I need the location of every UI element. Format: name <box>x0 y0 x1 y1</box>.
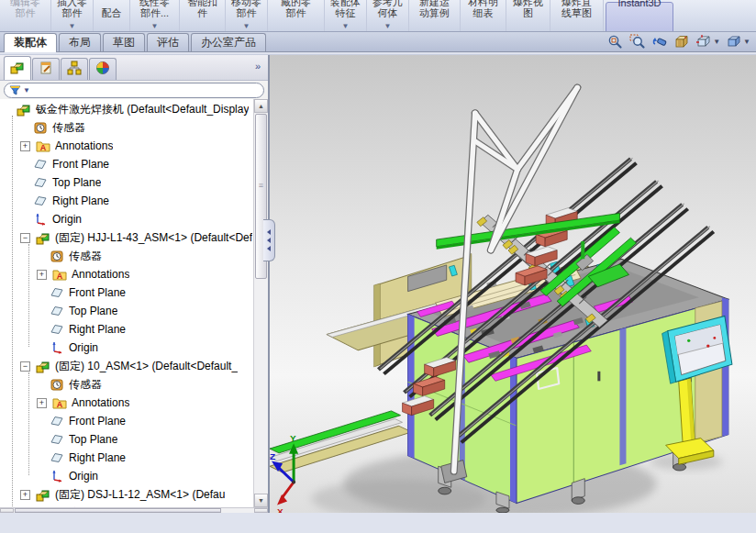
exploded-view-button[interactable]: 爆炸视 图 <box>506 0 550 32</box>
expand-plus-icon[interactable]: + <box>37 270 47 280</box>
dropdown-caret-icon[interactable]: ▼ <box>367 22 408 30</box>
scroll-track[interactable] <box>254 280 268 494</box>
tree-item-label: Annotations <box>72 396 129 409</box>
tree-row[interactable]: Right Plane <box>0 449 253 467</box>
origin-icon <box>33 212 49 227</box>
expand-plus-icon[interactable]: + <box>20 490 30 500</box>
zoom-to-fit-icon[interactable] <box>607 34 624 50</box>
dropdown-caret-icon[interactable]: ▼ <box>130 22 179 30</box>
panel-overflow-chevron[interactable]: » <box>255 61 261 72</box>
displaymanager-tab[interactable] <box>89 58 117 80</box>
tree-row[interactable]: Right Plane <box>0 192 253 210</box>
tree-horizontal-scrollbar[interactable] <box>0 507 268 513</box>
heads-up-view-toolbar: ▼▼ <box>607 34 750 50</box>
tree-row[interactable]: +(固定) DSJ-L1-12_ASM<1> (Defau <box>0 485 253 504</box>
expand-plus-icon[interactable]: + <box>20 141 30 151</box>
featuremanager-tree-tab[interactable] <box>4 56 31 80</box>
tree-row[interactable]: +AAnnotations <box>0 137 253 155</box>
tree-row[interactable]: +AAnnotations <box>0 265 253 283</box>
mate-button[interactable]: 配合 <box>94 0 130 32</box>
tree-vertical-scrollbar[interactable]: ▲ ▼ <box>253 99 268 507</box>
graphics-viewport[interactable]: Y Z X <box>270 55 756 513</box>
insert-components-button[interactable]: 插入零 部件▼ <box>51 0 94 32</box>
smart-fasteners-button[interactable]: 智能扣 件 <box>180 0 226 32</box>
tree-guide-line <box>12 116 13 507</box>
tree-item-label: (固定) DSJ-L1-12_ASM-1<1> (Def <box>55 505 223 508</box>
tree-item-label: Top Plane <box>69 433 117 446</box>
display-style-icon[interactable]: ▼ <box>726 34 750 50</box>
view-orientation-icon[interactable]: ▼ <box>695 34 720 50</box>
ribbon-button-label: 线性零 部件... <box>131 0 178 18</box>
move-component-button[interactable]: 移动零 部件▼ <box>226 0 268 32</box>
collapse-minus-icon[interactable]: − <box>20 233 30 243</box>
dropdown-caret-icon[interactable]: ▼ <box>325 22 366 30</box>
plane-icon <box>50 450 65 465</box>
configurationmanager-tab[interactable] <box>61 58 88 80</box>
linear-component-pattern-button[interactable]: 线性零 部件...▼ <box>130 0 180 32</box>
zoom-to-area-icon[interactable] <box>629 34 646 50</box>
command-tab-2[interactable]: 布局 <box>59 33 101 51</box>
scroll-right-button[interactable] <box>254 508 268 513</box>
scroll-left-button[interactable] <box>0 508 14 513</box>
show-hidden-components-button[interactable]: 显示隐 藏的零 部件 <box>268 0 325 32</box>
command-tab-3[interactable]: 草图 <box>103 33 145 51</box>
command-tab-1[interactable]: 装配体 <box>4 33 57 52</box>
bill-of-materials-button[interactable]: 材料明 细表 <box>461 0 506 32</box>
tree-item-label: Annotations <box>55 139 113 152</box>
tree-row[interactable]: Origin <box>0 339 253 357</box>
command-manager-ribbon: 编辑零 部件插入零 部件▼配合线性零 部件...▼智能扣 件移动零 部件▼显示隐… <box>0 0 756 32</box>
tree-row[interactable]: +AAnnotations <box>0 394 253 412</box>
plane-icon <box>50 285 65 300</box>
tree-filter-input[interactable]: ▼ <box>4 83 264 98</box>
tree-row[interactable]: Origin <box>0 210 253 228</box>
tree-row[interactable]: 传感器 <box>0 375 253 394</box>
instant3d-button[interactable]: Instant3D <box>606 2 673 32</box>
tree-row[interactable]: Origin <box>0 467 253 485</box>
dropdown-caret-icon[interactable]: ▼ <box>226 22 267 30</box>
tree-row[interactable]: +(固定) DSJ-L1-12_ASM-1<1> (Def <box>0 504 253 507</box>
filter-funnel-icon <box>9 84 21 96</box>
hscroll-track[interactable] <box>221 508 254 513</box>
scroll-down-button[interactable]: ▼ <box>254 494 268 507</box>
hscroll-thumb[interactable] <box>15 508 221 513</box>
tree-row[interactable]: −(固定) HJJ-L1-43_ASM<1> (Default<Def <box>0 228 253 247</box>
scroll-up-button[interactable]: ▲ <box>254 99 268 113</box>
dropdown-caret-icon[interactable]: ▼ <box>51 22 93 30</box>
section-view-icon[interactable] <box>673 34 690 50</box>
main-area: » ▼ 钣金件激光焊接机 (Default<Default_Display传感器… <box>0 55 756 513</box>
tree-row[interactable]: Top Plane <box>0 302 253 320</box>
assembly-features-button[interactable]: 装配体 特征▼ <box>325 0 367 32</box>
ribbon-button-label: 配合 <box>94 7 128 18</box>
plane-icon <box>33 157 49 172</box>
tree-row[interactable]: Top Plane <box>0 430 253 449</box>
command-tab-4[interactable]: 评估 <box>147 33 189 51</box>
previous-view-icon[interactable] <box>651 34 668 50</box>
tree-row[interactable]: Right Plane <box>0 320 253 339</box>
dropdown-caret-icon[interactable]: ▼ <box>743 38 750 46</box>
expand-plus-icon[interactable]: + <box>37 398 47 408</box>
propertymanager-tab[interactable] <box>32 58 60 80</box>
tree-row[interactable]: Top Plane <box>0 173 253 192</box>
origin-icon <box>50 340 65 355</box>
tree-row[interactable]: Front Plane <box>0 155 253 173</box>
panel-collapse-handle[interactable] <box>263 219 275 261</box>
new-motion-study-button[interactable]: 新建运 动算例 <box>409 0 461 32</box>
sensors-icon <box>50 249 65 263</box>
tree-row[interactable]: 传感器 <box>0 118 253 137</box>
tree-item-label: Right Plane <box>69 451 126 464</box>
tree-row[interactable]: 传感器 <box>0 247 253 265</box>
command-tab-5[interactable]: 办公室产品 <box>191 33 266 51</box>
tree-row[interactable]: −(固定) 10_ASM<1> (Default<Default_ <box>0 357 253 375</box>
tree-row[interactable]: 钣金件激光焊接机 (Default<Default_Display <box>0 100 253 118</box>
edit-component-button[interactable]: 编辑零 部件 <box>0 0 51 32</box>
tree-row[interactable]: Front Plane <box>0 283 253 302</box>
explode-line-sketch-button[interactable]: 爆炸直 线草图 <box>550 0 604 32</box>
tree-item-label: Top Plane <box>52 176 101 189</box>
ribbon-button-label: 插入零 部件 <box>52 0 92 18</box>
feature-manager-panel: » ▼ 钣金件激光焊接机 (Default<Default_Display传感器… <box>0 55 270 513</box>
dropdown-caret-icon[interactable]: ▼ <box>713 38 720 46</box>
displaymanager-icon <box>95 61 110 79</box>
collapse-minus-icon[interactable]: − <box>20 361 30 372</box>
tree-row[interactable]: Front Plane <box>0 412 253 430</box>
reference-geometry-button[interactable]: 参考几 何体▼ <box>367 0 409 32</box>
